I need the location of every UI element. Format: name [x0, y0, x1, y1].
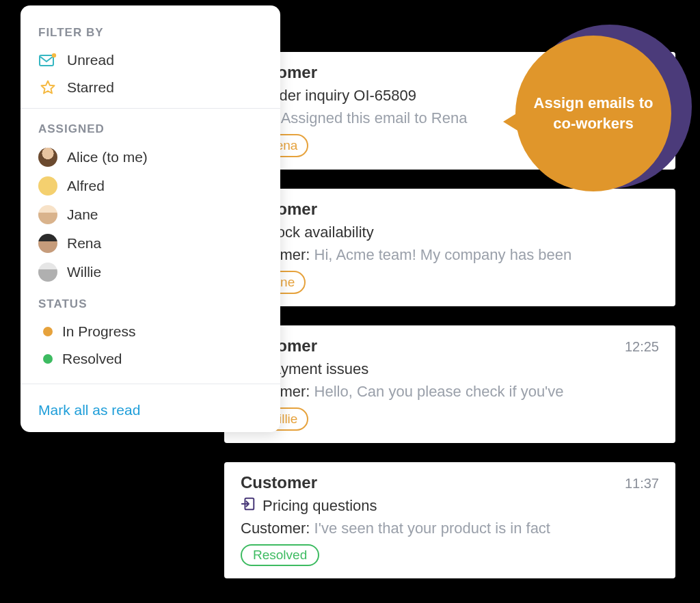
- assigned-label: Alfred: [67, 178, 105, 194]
- avatar: [38, 148, 57, 167]
- status-dot-icon: [43, 354, 53, 364]
- email-card[interactable]: Customer 11:37 Pricing questions Custome…: [224, 462, 675, 578]
- svg-rect-0: [40, 55, 53, 66]
- email-preview: Customer: Hi, Acme team! My company has …: [241, 246, 659, 264]
- email-subject: Pricing questions: [262, 497, 377, 515]
- assigned-label: Jane: [67, 206, 98, 223]
- mark-all-read-link[interactable]: Mark all as read: [21, 394, 280, 418]
- avatar: [38, 263, 57, 282]
- email-card[interactable]: Customer 12:25 Payment issues Customer: …: [224, 325, 675, 443]
- avatar: [38, 205, 57, 224]
- preview-text: I've seen that your product is in fact: [310, 520, 550, 537]
- assigned-rena[interactable]: Rena: [21, 229, 280, 258]
- assigned-jane[interactable]: Jane: [21, 200, 280, 229]
- filter-starred-label: Starred: [67, 79, 114, 96]
- svg-point-1: [52, 53, 56, 57]
- assigned-label: Willie: [67, 264, 101, 280]
- email-subject: Order inquiry OI-65809: [262, 87, 416, 105]
- assigned-alice[interactable]: Alice (to me): [21, 143, 280, 172]
- preview-author: Customer:: [241, 520, 310, 537]
- assigned-label: Rena: [67, 235, 101, 252]
- inbox-arrow-icon: [241, 496, 256, 515]
- assigned-alfred[interactable]: Alfred: [21, 172, 280, 200]
- callout-bubble: Assign emails to co-workers: [515, 31, 693, 209]
- callout-text: Assign emails to co-workers: [528, 93, 659, 133]
- preview-text: Hi, Acme team! My company has been: [310, 246, 571, 263]
- preview-text: Hello, Can you please check if you've: [310, 383, 563, 400]
- email-time: 11:37: [625, 476, 659, 492]
- status-label: In Progress: [62, 323, 135, 340]
- status-header: STATUS: [21, 293, 280, 318]
- divider: [21, 384, 280, 384]
- status-pill-label: Resolved: [253, 548, 307, 563]
- filter-unread[interactable]: Unread: [21, 46, 280, 74]
- avatar: [38, 234, 57, 253]
- bubble-tail-icon: [503, 111, 521, 133]
- email-sender: Customer: [241, 473, 317, 492]
- status-pill-resolved[interactable]: Resolved: [241, 544, 319, 566]
- assigned-header: ASSIGNED: [21, 118, 280, 143]
- avatar: [38, 176, 57, 196]
- assigned-willie[interactable]: Willie: [21, 258, 280, 286]
- filter-sidebar: FILTER BY Unread Starred ASSIGNED Alice …: [21, 5, 280, 432]
- email-time: 12:25: [625, 339, 659, 355]
- assigned-label: Alice (to me): [67, 149, 148, 165]
- star-icon: [38, 79, 57, 96]
- filter-unread-label: Unread: [67, 52, 114, 68]
- unread-icon: [38, 52, 57, 68]
- email-preview: Customer: Hello, Can you please check if…: [241, 383, 659, 401]
- email-preview: Customer: I've seen that your product is…: [241, 520, 659, 537]
- divider: [21, 108, 280, 109]
- preview-text: Assigned this email to Rena: [278, 109, 468, 126]
- bubble: Assign emails to co-workers: [515, 36, 671, 191]
- status-dot-icon: [43, 327, 53, 336]
- filter-by-header: FILTER BY: [21, 22, 280, 46]
- status-resolved[interactable]: Resolved: [21, 345, 280, 373]
- filter-starred[interactable]: Starred: [21, 74, 280, 101]
- status-in-progress[interactable]: In Progress: [21, 318, 280, 345]
- status-label: Resolved: [62, 351, 122, 367]
